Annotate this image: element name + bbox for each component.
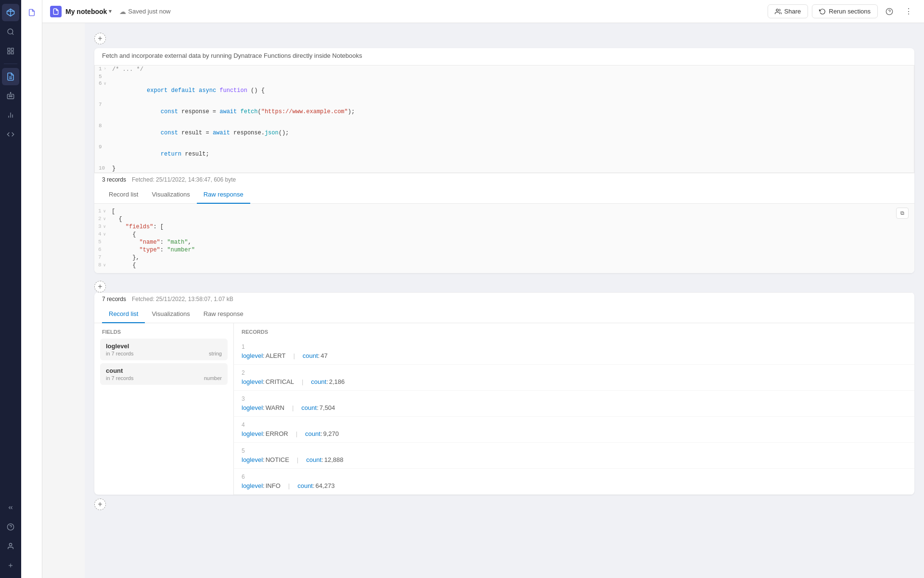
field-label: loglevel: [242, 482, 263, 489]
code-line-10: 10 }: [95, 165, 914, 172]
fetch-info-1: Fetched: 25/11/2022, 14:36:47, 606 byte: [132, 176, 236, 183]
add-section-button-bottom[interactable]: +: [94, 499, 106, 510]
jlt-2: {: [112, 216, 914, 223]
json-line-6: 6 "type": "number": [94, 246, 914, 254]
json-line-3: 3 ∨ "fields": [: [94, 223, 914, 231]
field-colon: :: [263, 482, 265, 489]
line-num-9: 9: [95, 144, 112, 150]
svg-rect-6: [11, 48, 13, 51]
sidebar-code-icon[interactable]: [2, 126, 19, 143]
code-editor-1[interactable]: 1 › /* ... */ 5 6 ∨ export default async…: [94, 65, 914, 173]
rerun-button[interactable]: Rerun sections: [812, 4, 878, 18]
fold-arrow-6[interactable]: ∨: [104, 81, 106, 86]
line-num-7: 7: [95, 102, 112, 107]
json-line-2: 2 ∨ {: [94, 215, 914, 223]
field-value: WARN: [266, 404, 284, 411]
jlt-3: "fields": [: [112, 223, 914, 230]
sidebar-user-icon[interactable]: [2, 538, 19, 555]
record-fields: loglevel: ERROR|count: 9,270: [242, 430, 907, 437]
tabs-bar-1: Record list Visualizations Raw response: [94, 186, 914, 204]
field-label: loglevel: [242, 404, 263, 411]
share-button[interactable]: Share: [768, 4, 808, 18]
sidebar-panel: [21, 0, 42, 578]
copy-button-1[interactable]: ⧉: [896, 208, 909, 219]
topbar: My notebook ▾ ☁ Saved just now Share Rer…: [42, 0, 924, 23]
record-field: count: 2,186: [311, 378, 345, 385]
record-field: count: 9,270: [305, 430, 339, 437]
add-section-button-middle[interactable]: +: [94, 281, 106, 292]
field-records-count: in 7 records: [106, 375, 133, 381]
sidebar-apps-icon[interactable]: [2, 42, 19, 60]
tab-visualizations-2[interactable]: Visualizations: [145, 305, 196, 323]
line-num-5: 5: [95, 74, 112, 79]
field-label: loglevel: [242, 352, 263, 359]
record-row: 3loglevel: WARN|count: 7,504: [234, 391, 914, 417]
svg-point-14: [10, 92, 11, 93]
svg-point-3: [8, 29, 13, 34]
tab-record-list-2[interactable]: Record list: [102, 305, 145, 323]
field-colon: :: [263, 378, 265, 385]
sidebar-chart-icon[interactable]: [2, 106, 19, 124]
help-button[interactable]: [882, 4, 897, 19]
field-records-loglevel: in 7 records: [106, 351, 133, 356]
field-value: ERROR: [266, 430, 288, 437]
json-line-7: 7 },: [94, 254, 914, 262]
tab-raw-response-2[interactable]: Raw response: [197, 305, 250, 323]
line-num-1: 1 ›: [95, 66, 112, 72]
line-num-8: 8: [95, 123, 112, 129]
fold-j8[interactable]: ∨: [103, 263, 106, 268]
field-item-count: count in 7 records number: [100, 363, 228, 385]
sidebar-notebook-icon[interactable]: [2, 68, 19, 85]
field-separator: |: [292, 404, 294, 411]
field-label: count: [306, 456, 321, 463]
chevron-down-icon: ▾: [109, 8, 112, 14]
fold-j3[interactable]: ∨: [103, 224, 106, 229]
field-label: count: [297, 482, 313, 489]
sidebar-logo[interactable]: [2, 4, 19, 21]
jlt-5: "name": "math",: [112, 239, 914, 246]
jlt-8: {: [112, 262, 914, 269]
panel-notebook-icon[interactable]: [23, 4, 40, 21]
share-label: Share: [784, 8, 801, 15]
sidebar-search-icon[interactable]: [2, 23, 19, 40]
add-section-button-top[interactable]: +: [94, 33, 106, 44]
record-field: loglevel: WARN: [242, 404, 284, 411]
section-description: Fetch and incorporate external data by r…: [94, 48, 914, 65]
fold-arrow-1[interactable]: ›: [104, 66, 106, 71]
sidebar-robot-icon[interactable]: [2, 87, 19, 105]
field-separator: |: [288, 482, 290, 489]
field-value: 9,270: [323, 430, 339, 437]
record-fields: loglevel: CRITICAL|count: 2,186: [242, 378, 907, 385]
field-value: 2,186: [329, 378, 345, 385]
svg-rect-11: [7, 94, 13, 99]
tab-visualizations-1[interactable]: Visualizations: [145, 186, 196, 204]
field-value: INFO: [266, 482, 281, 489]
fold-j1[interactable]: ∨: [103, 209, 106, 214]
more-button[interactable]: ⋮: [901, 4, 916, 19]
json-line-5: 5 "name": "math",: [94, 238, 914, 246]
jln-6: 6: [94, 247, 112, 252]
field-value: 64,273: [316, 482, 335, 489]
record-row: 1loglevel: ALERT|count: 47: [234, 339, 914, 365]
field-separator: |: [293, 352, 295, 359]
rerun-label: Rerun sections: [829, 8, 871, 15]
cloud-icon: ☁: [119, 8, 126, 15]
svg-point-23: [776, 9, 778, 11]
code-line-7: 7 const response = await fetch("https://…: [95, 101, 914, 122]
notebook-title[interactable]: My notebook ▾: [65, 8, 112, 15]
tab-record-list-1[interactable]: Record list: [102, 186, 145, 204]
sidebar-add-bottom[interactable]: [2, 557, 19, 574]
svg-rect-5: [8, 48, 10, 51]
field-value: 7,504: [320, 404, 335, 411]
jln-3: 3 ∨: [94, 223, 112, 229]
sidebar-collapse-icon[interactable]: [2, 499, 19, 516]
tab-raw-response-1[interactable]: Raw response: [197, 186, 250, 204]
json-line-8: 8 ∨ {: [94, 262, 914, 269]
fold-j2[interactable]: ∨: [103, 216, 106, 222]
field-colon: :: [326, 378, 328, 385]
field-label: count: [303, 352, 318, 359]
sidebar-help-icon[interactable]: [2, 518, 19, 536]
fold-j4[interactable]: ∨: [103, 232, 106, 237]
jln-7: 7: [94, 254, 112, 260]
notebook-app-icon: [50, 6, 62, 17]
